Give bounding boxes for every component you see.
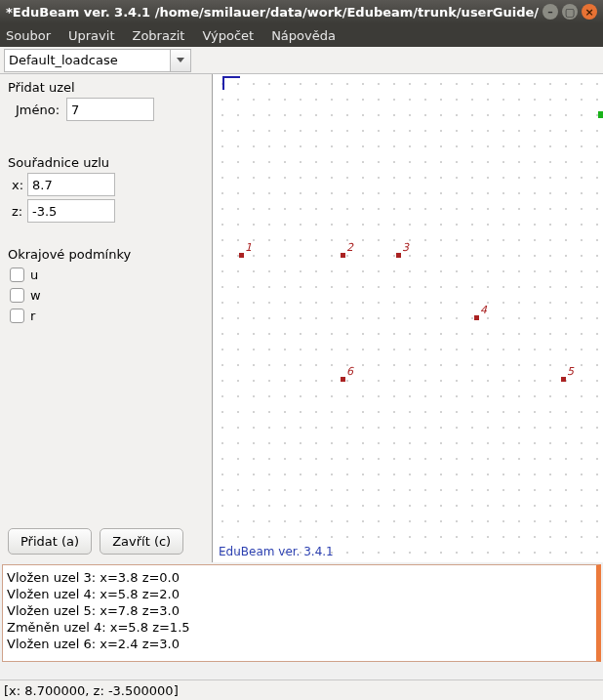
svg-point-15 (456, 83, 458, 85)
svg-point-493 (502, 380, 504, 382)
svg-point-294 (518, 255, 520, 257)
svg-point-89 (440, 130, 442, 132)
node-marker[interactable] (341, 253, 345, 258)
svg-point-519 (518, 395, 520, 397)
svg-point-616 (471, 458, 473, 460)
svg-point-436 (393, 349, 395, 350)
maximize-button[interactable]: ▢ (562, 4, 578, 20)
svg-point-714 (440, 520, 442, 522)
svg-point-591 (471, 442, 473, 444)
log-line: Vložen uzel 5: x=7.8 z=3.0 (7, 602, 592, 619)
svg-point-403 (268, 333, 270, 335)
svg-point-55 (300, 114, 302, 116)
svg-point-50 (221, 114, 223, 116)
svg-point-167 (487, 177, 489, 179)
svg-point-68 (502, 114, 504, 116)
menu-napoveda[interactable]: Nápověda (271, 28, 336, 43)
menu-vypocet[interactable]: Výpočet (202, 28, 254, 43)
svg-point-495 (534, 380, 536, 382)
svg-point-230 (300, 224, 302, 226)
svg-point-602 (253, 458, 255, 460)
bc-u-checkbox[interactable] (10, 268, 24, 282)
menu-soubor[interactable]: Soubor (6, 28, 51, 43)
bc-r-checkbox[interactable] (10, 309, 24, 323)
svg-point-224 (596, 208, 598, 210)
svg-point-356 (315, 302, 317, 304)
node-marker[interactable] (239, 253, 244, 258)
svg-point-20 (534, 83, 536, 85)
svg-point-499 (596, 380, 598, 382)
svg-point-526 (237, 411, 239, 413)
svg-point-375 (221, 317, 223, 319)
node-marker[interactable] (341, 377, 345, 382)
svg-point-555 (300, 427, 302, 429)
svg-point-639 (440, 474, 442, 475)
svg-point-520 (534, 395, 536, 397)
svg-point-338 (424, 286, 426, 288)
svg-point-644 (518, 474, 520, 475)
add-button[interactable]: Přidat (a) (8, 528, 92, 555)
svg-point-636 (393, 474, 395, 475)
close-button[interactable]: Zavřít (c) (100, 528, 183, 555)
svg-point-56 (315, 114, 317, 116)
loadcase-combo[interactable] (4, 49, 191, 72)
svg-point-295 (534, 255, 536, 257)
svg-point-127 (253, 161, 255, 163)
svg-point-11 (393, 83, 395, 85)
z-input[interactable] (27, 199, 115, 223)
svg-point-535 (378, 411, 380, 413)
canvas[interactable]: 123456 EduBeam ver. 3.4.1 (213, 74, 603, 562)
svg-point-489 (440, 380, 442, 382)
svg-point-172 (565, 177, 567, 179)
menu-zobrazit[interactable]: Zobrazit (132, 28, 184, 43)
svg-point-65 (456, 114, 458, 116)
svg-point-113 (424, 145, 426, 147)
menu-upravit[interactable]: Upravit (68, 28, 114, 43)
svg-point-649 (596, 474, 598, 475)
svg-point-212 (409, 208, 411, 210)
svg-point-763 (424, 552, 426, 554)
svg-point-304 (284, 270, 286, 272)
svg-point-296 (549, 255, 551, 257)
svg-point-628 (268, 474, 270, 475)
name-input[interactable] (66, 98, 154, 121)
svg-point-421 (549, 333, 551, 335)
svg-point-656 (315, 489, 317, 491)
loadcase-input[interactable] (4, 49, 170, 72)
svg-point-174 (596, 177, 598, 179)
log-panel[interactable]: Vložen uzel 3: x=3.8 z=0.0Vložen uzel 4:… (2, 564, 601, 662)
svg-point-664 (440, 489, 442, 491)
svg-point-547 (565, 411, 567, 413)
svg-point-653 (268, 489, 270, 491)
svg-point-291 (471, 255, 473, 257)
svg-point-53 (268, 114, 270, 116)
svg-point-405 (300, 333, 302, 335)
svg-point-609 (362, 458, 364, 460)
x-input[interactable] (27, 173, 115, 196)
svg-point-666 (471, 489, 473, 491)
svg-point-217 (487, 208, 489, 210)
close-window-button[interactable]: × (582, 4, 597, 20)
svg-point-685 (378, 505, 380, 507)
node-marker[interactable] (474, 315, 479, 320)
svg-point-51 (237, 114, 239, 116)
svg-point-91 (471, 130, 473, 132)
svg-point-430 (300, 349, 302, 350)
loadcase-dropdown-button[interactable] (170, 49, 191, 72)
svg-point-624 (596, 458, 598, 460)
svg-point-404 (284, 333, 286, 335)
svg-point-211 (393, 208, 395, 210)
bc-w-checkbox[interactable] (10, 288, 24, 303)
node-marker[interactable] (396, 253, 401, 258)
svg-point-186 (393, 192, 395, 194)
minimize-button[interactable]: – (543, 4, 558, 20)
svg-point-438 (424, 349, 426, 350)
svg-point-158 (346, 177, 348, 179)
svg-point-467 (487, 364, 489, 366)
svg-point-558 (346, 427, 348, 429)
svg-point-134 (362, 161, 364, 163)
node-marker[interactable] (561, 377, 566, 382)
svg-point-634 (362, 474, 364, 475)
svg-point-143 (502, 161, 504, 163)
svg-point-73 (581, 114, 583, 116)
